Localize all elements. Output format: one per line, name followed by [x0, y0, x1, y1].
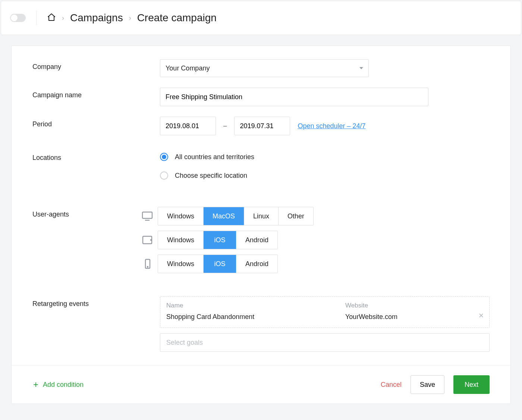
plus-icon: + — [32, 381, 39, 388]
svg-rect-0 — [142, 212, 152, 218]
retarget-header-website: Website — [345, 302, 368, 309]
breadcrumb-campaigns[interactable]: Campaigns — [70, 12, 123, 24]
ua-row-mobile: Windows iOS Android — [139, 255, 490, 273]
locations-label: Locations — [32, 150, 160, 162]
row-user-agents: User-agents Windows MacOS Linux Other — [32, 207, 490, 278]
home-icon[interactable] — [47, 13, 56, 23]
company-select[interactable]: Your Company — [160, 59, 369, 77]
retarget-event-box: Name Website Shopping Card Abandonment Y… — [160, 296, 490, 328]
period-label: Period — [32, 117, 160, 128]
campaign-name-label: Campaign name — [32, 88, 160, 99]
save-button[interactable]: Save — [411, 375, 444, 394]
add-condition-label: Add condition — [43, 381, 84, 389]
cancel-button[interactable]: Cancel — [381, 381, 402, 389]
chevron-right-icon: › — [129, 14, 131, 22]
ua-desktop-linux[interactable]: Linux — [244, 207, 279, 225]
sidebar-toggle[interactable] — [10, 14, 26, 22]
svg-point-5 — [147, 266, 148, 267]
company-select-value: Your Company — [166, 64, 210, 72]
ua-row-tablet: Windows iOS Android — [139, 231, 490, 249]
row-company: Company Your Company — [32, 59, 490, 77]
row-locations: Locations All countries and territories … — [32, 150, 490, 187]
ua-tablet-windows[interactable]: Windows — [158, 231, 204, 249]
open-scheduler-link[interactable]: Open scheduler – 24/7 — [298, 122, 365, 130]
ua-tablet-group: Windows iOS Android — [158, 231, 278, 249]
ua-mobile-ios[interactable]: iOS — [204, 255, 236, 273]
ua-tablet-android[interactable]: Android — [236, 231, 277, 249]
company-label: Company — [32, 59, 160, 71]
main-card: Company Your Company Campaign name Perio… — [11, 45, 511, 404]
desktop-icon — [139, 211, 155, 221]
location-all-label: All countries and territories — [175, 153, 254, 161]
ua-desktop-group: Windows MacOS Linux Other — [158, 207, 314, 225]
row-retargeting: Retargeting events Name Website Shopping… — [32, 296, 490, 352]
ua-desktop-windows[interactable]: Windows — [158, 207, 204, 225]
svg-point-3 — [151, 240, 151, 240]
tablet-icon — [139, 235, 155, 245]
add-condition-button[interactable]: + Add condition — [32, 381, 84, 389]
ua-mobile-group: Windows iOS Android — [158, 255, 278, 273]
location-option-specific[interactable]: Choose specific location — [160, 169, 490, 182]
location-option-all[interactable]: All countries and territories — [160, 150, 490, 164]
retarget-header-name: Name — [166, 302, 345, 309]
period-dash: – — [223, 122, 227, 130]
location-specific-label: Choose specific location — [175, 172, 247, 180]
ua-mobile-windows[interactable]: Windows — [158, 255, 204, 273]
radio-checked-icon — [160, 153, 168, 161]
row-period: Period – Open scheduler – 24/7 — [32, 117, 490, 135]
breadcrumb-current: Create campaign — [137, 12, 217, 24]
ua-row-desktop: Windows MacOS Linux Other — [139, 207, 490, 225]
mobile-icon — [139, 259, 155, 269]
select-goals-input[interactable] — [160, 333, 490, 352]
card-footer: + Add condition Cancel Save Next — [12, 365, 510, 404]
period-from-input[interactable] — [160, 117, 216, 135]
user-agents-label: User-agents — [32, 207, 139, 218]
period-to-input[interactable] — [234, 117, 290, 135]
retarget-event-name: Shopping Card Abandonment — [166, 313, 345, 321]
ua-tablet-ios[interactable]: iOS — [204, 231, 236, 249]
divider — [36, 10, 37, 25]
caret-down-icon — [359, 67, 363, 69]
ua-mobile-android[interactable]: Android — [236, 255, 277, 273]
retargeting-label: Retargeting events — [32, 296, 160, 308]
next-button[interactable]: Next — [453, 375, 490, 394]
header-bar: › Campaigns › Create campaign — [1, 1, 521, 35]
ua-desktop-other[interactable]: Other — [279, 207, 313, 225]
ua-desktop-macos[interactable]: MacOS — [204, 207, 244, 225]
retarget-event-website: YourWebsite.com — [345, 313, 397, 321]
close-icon[interactable]: ✕ — [478, 312, 484, 320]
form-area: Company Your Company Campaign name Perio… — [12, 46, 510, 365]
row-campaign-name: Campaign name — [32, 88, 490, 106]
radio-unchecked-icon — [160, 171, 168, 180]
chevron-right-icon: › — [62, 14, 64, 22]
campaign-name-input[interactable] — [160, 88, 428, 106]
